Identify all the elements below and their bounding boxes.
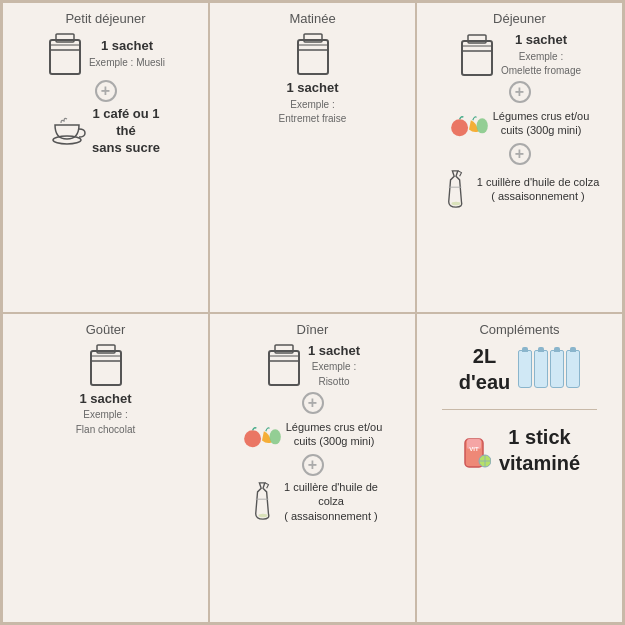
header-matinee: Matinée (289, 11, 335, 26)
cell-dejeuner: Déjeuner 1 sachet Exemple :Omelette from… (416, 2, 623, 313)
item-oil-diner: 1 cuillère d'huile decolza( assaisonneme… (247, 480, 378, 523)
header-complements: Compléments (479, 322, 559, 337)
cell-gouter: Goûter 1 sachet Exemple :Flan chocolat (2, 313, 209, 624)
oil-icon-dejeuner (440, 169, 472, 209)
content-complements: 2Ld'eau VIT (423, 343, 616, 476)
text-oil-diner: 1 cuillère d'huile decolza( assaisonneme… (284, 480, 378, 523)
item-sachet-1: 1 sachet Exemple : Muesli (46, 32, 165, 76)
header-diner: Dîner (297, 322, 329, 337)
svg-point-14 (476, 119, 487, 134)
sachet-icon-1 (46, 32, 84, 76)
text-coffee: 1 café ou 1thésans sucre (92, 106, 160, 157)
item-stick: VIT 1 stickvitaminé (459, 424, 580, 476)
text-sachet-matinee: 1 sachet Exemple :Entremet fraise (279, 80, 347, 125)
cell-diner: Dîner 1 sachet Exemple :Risotto + (209, 313, 416, 624)
coffee-icon (51, 115, 87, 147)
header-petit-dejeuner: Petit déjeuner (65, 11, 145, 26)
svg-point-26 (269, 429, 280, 444)
sachet-icon-gouter (87, 343, 125, 387)
item-sachet-diner: 1 sachet Exemple :Risotto (265, 343, 360, 388)
vegetables-icon-diner (243, 418, 281, 450)
sachet-icon-diner (265, 343, 303, 387)
content-diner: 1 sachet Exemple :Risotto + Légumes crus… (216, 343, 409, 523)
water-bottle-4 (566, 350, 580, 388)
item-water: 2Ld'eau (459, 343, 580, 395)
content-dejeuner: 1 sachet Exemple :Omelette fromage + Lég… (423, 32, 616, 209)
content-matinee: 1 sachet Exemple :Entremet fraise (216, 32, 409, 125)
text-veg-diner: Légumes crus et/oucuits (300g mini) (286, 420, 383, 449)
header-dejeuner: Déjeuner (493, 11, 546, 26)
sachet-icon-dejeuner (458, 33, 496, 77)
item-oil-dejeuner: 1 cuillère d'huile de colza( assaisonnem… (440, 169, 600, 209)
cell-matinee: Matinée 1 sachet Exemple :Entremet frais… (209, 2, 416, 313)
oil-icon-diner (247, 481, 279, 521)
water-bottles-icon (518, 350, 580, 388)
text-water: 2Ld'eau (459, 343, 510, 395)
plus-icon-diner-1: + (302, 392, 324, 414)
content-petit-dejeuner: 1 sachet Exemple : Muesli + 1 café ou 1t… (9, 32, 202, 157)
svg-point-16 (451, 202, 460, 206)
item-sachet-dejeuner: 1 sachet Exemple :Omelette fromage (458, 32, 581, 77)
text-sachet-diner: 1 sachet Exemple :Risotto (308, 343, 360, 388)
plus-icon-diner-2: + (302, 454, 324, 476)
water-bottle-3 (550, 350, 564, 388)
text-sachet-gouter: 1 sachet Exemple :Flan chocolat (76, 391, 135, 436)
item-veg-dejeuner: Légumes crus et/oucuits (300g mini) (450, 107, 590, 139)
meal-plan-grid: Petit déjeuner 1 sachet Exemple : Muesli… (0, 0, 625, 625)
cell-petit-dejeuner: Petit déjeuner 1 sachet Exemple : Muesli… (2, 2, 209, 313)
header-gouter: Goûter (86, 322, 126, 337)
cell-complements: Compléments 2Ld'eau VIT (416, 313, 623, 624)
text-oil-dejeuner: 1 cuillère d'huile de colza( assaisonnem… (477, 175, 600, 204)
svg-point-4 (53, 136, 81, 144)
plus-icon-1: + (95, 80, 117, 102)
text-sachet-1: 1 sachet Exemple : Muesli (89, 38, 165, 69)
text-sachet-dejeuner: 1 sachet Exemple :Omelette fromage (501, 32, 581, 77)
item-sachet-gouter (87, 343, 125, 387)
plus-icon-dejeuner-1: + (509, 81, 531, 103)
item-coffee: 1 café ou 1thésans sucre (51, 106, 160, 157)
item-sachet-matinee (294, 32, 332, 76)
divider-complements (442, 409, 596, 410)
svg-text:VIT: VIT (469, 446, 479, 452)
content-gouter: 1 sachet Exemple :Flan chocolat (9, 343, 202, 436)
plus-icon-dejeuner-2: + (509, 143, 531, 165)
sachet-icon-matinee (294, 32, 332, 76)
svg-point-28 (259, 514, 268, 518)
stick-vitamine-icon: VIT (459, 431, 491, 469)
text-veg-dejeuner: Légumes crus et/oucuits (300g mini) (493, 109, 590, 138)
water-bottle-2 (534, 350, 548, 388)
text-stick: 1 stickvitaminé (499, 424, 580, 476)
water-bottle-1 (518, 350, 532, 388)
item-veg-diner: Légumes crus et/oucuits (300g mini) (243, 418, 383, 450)
svg-point-25 (244, 430, 261, 447)
vegetables-icon-dejeuner (450, 107, 488, 139)
svg-point-13 (451, 120, 468, 137)
